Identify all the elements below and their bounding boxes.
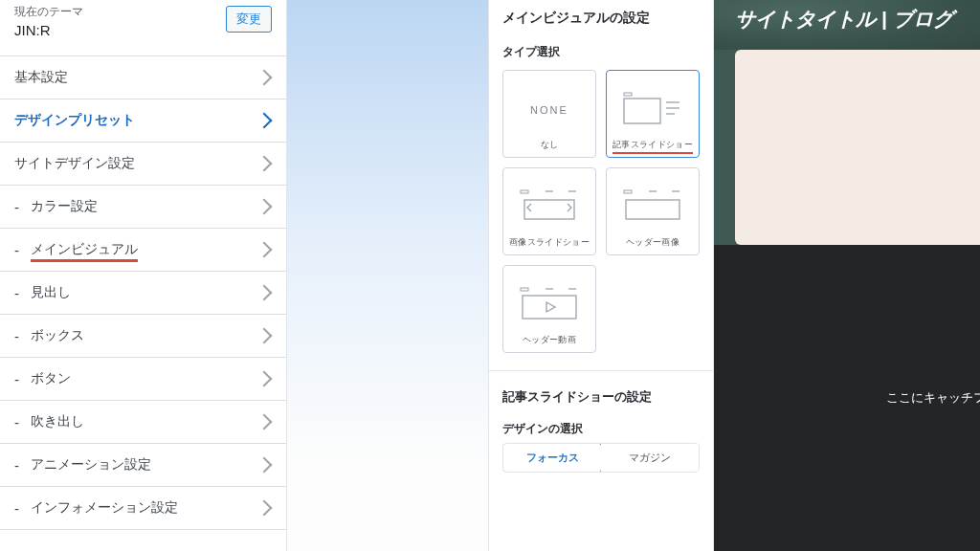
sidebar-item-label: ボタン <box>31 370 71 387</box>
type-card-caption: なし <box>541 139 559 151</box>
svg-rect-12 <box>626 200 679 219</box>
catch-copy: ここにキャッチフ <box>886 389 980 407</box>
theme-name: JIN:R <box>14 22 83 38</box>
chevron-right-icon <box>256 457 273 474</box>
chevron-right-icon <box>256 285 273 301</box>
design-select-label: デザインの選択 <box>502 421 700 437</box>
header-image-icon <box>611 178 695 236</box>
type-card-header-image[interactable]: ヘッダー画像 <box>606 167 700 255</box>
chevron-right-icon <box>256 500 273 517</box>
svg-rect-5 <box>521 190 528 193</box>
current-theme-label: 現在のテーマ <box>14 4 83 20</box>
article-slideshow-icon <box>611 80 695 139</box>
menu-item-label: サイトデザイン設定 <box>14 155 135 172</box>
dash-icon: - <box>14 500 19 517</box>
menu-basic[interactable]: 基本設定 <box>0 56 286 99</box>
settings-panel: メインビジュアルの設定 タイプ選択 NONE なし <box>488 0 714 551</box>
customizer-menu: 基本設定 デザインプリセット サイトデザイン設定 - <box>0 55 286 530</box>
dash-icon: - <box>14 199 19 215</box>
chevron-right-icon <box>256 156 273 172</box>
theme-block: 現在のテーマ JIN:R 変更 <box>0 0 286 55</box>
design-toggle: フォーカス マガジン <box>502 443 700 473</box>
sidebar-item-label: 見出し <box>31 284 71 301</box>
sidebar-item-color[interactable]: - カラー設定 <box>0 186 286 229</box>
gradient-divider <box>287 0 488 551</box>
svg-rect-16 <box>523 296 576 319</box>
type-card-image-slideshow[interactable]: 画像スライドショー <box>502 167 596 255</box>
site-title: サイトタイトル | ブログ <box>714 0 980 50</box>
type-card-header-video[interactable]: ヘッダー動画 <box>502 265 596 353</box>
preview-pane: サイトタイトル | ブログ ここにキャッチフ <box>714 0 980 551</box>
customizer-sidebar: 現在のテーマ JIN:R 変更 基本設定 デザインプリセット サイトデザ <box>0 0 287 551</box>
featured-image-placeholder <box>735 50 980 245</box>
sidebar-item-button[interactable]: - ボタン <box>0 358 286 401</box>
type-card-caption: ヘッダー画像 <box>626 236 679 249</box>
dash-icon: - <box>14 285 19 301</box>
chevron-right-icon <box>256 70 273 86</box>
type-select-label: タイプ選択 <box>502 44 700 60</box>
sidebar-item-label: カラー設定 <box>31 198 98 215</box>
chevron-right-icon <box>256 199 273 215</box>
chevron-right-icon <box>256 242 273 258</box>
sidebar-item-main-visual[interactable]: - メインビジュアル <box>0 229 286 272</box>
slideshow-settings-title: 記事スライドショーの設定 <box>502 388 700 406</box>
type-grid: NONE なし 記事スライドショー <box>502 70 700 353</box>
design-option-magazine[interactable]: マガジン <box>601 444 699 472</box>
menu-item-label: デザインプリセット <box>14 112 135 129</box>
type-card-none[interactable]: NONE なし <box>502 70 596 158</box>
sidebar-item-label: メインビジュアル <box>31 241 138 258</box>
menu-design-preset[interactable]: デザインプリセット <box>0 99 286 143</box>
chevron-right-icon <box>256 371 273 387</box>
image-slideshow-icon <box>507 178 591 236</box>
dash-icon: - <box>14 371 19 387</box>
sidebar-item-label: アニメーション設定 <box>31 456 151 474</box>
menu-item-label: 基本設定 <box>14 69 68 86</box>
type-card-caption: 画像スライドショー <box>509 236 590 249</box>
dash-icon: - <box>14 328 19 344</box>
svg-rect-8 <box>524 200 574 219</box>
chevron-right-icon <box>256 414 273 430</box>
svg-rect-13 <box>521 288 528 291</box>
menu-site-design[interactable]: サイトデザイン設定 <box>0 143 286 186</box>
hero-dark-strip: ここにキャッチフ <box>714 245 980 551</box>
sidebar-item-animation[interactable]: - アニメーション設定 <box>0 444 286 487</box>
settings-title: メインビジュアルの設定 <box>502 10 700 27</box>
sidebar-item-information[interactable]: - インフォメーション設定 <box>0 487 286 530</box>
sidebar-item-box[interactable]: - ボックス <box>0 315 286 358</box>
sidebar-item-label: ボックス <box>31 327 84 344</box>
header-video-icon <box>507 276 591 334</box>
sidebar-item-label: 吹き出し <box>31 413 84 430</box>
dash-icon: - <box>14 242 19 258</box>
featured-image-area <box>714 50 980 245</box>
type-card-caption: 記事スライドショー <box>612 139 693 151</box>
dash-icon: - <box>14 414 19 430</box>
svg-marker-17 <box>546 302 555 312</box>
chevron-right-icon <box>256 328 273 344</box>
sidebar-item-label: インフォメーション設定 <box>31 499 178 517</box>
chevron-right-icon <box>256 113 273 129</box>
divider <box>489 370 713 371</box>
dash-icon: - <box>14 457 19 474</box>
sidebar-item-heading[interactable]: - 見出し <box>0 272 286 315</box>
change-theme-button[interactable]: 変更 <box>226 6 272 33</box>
type-card-caption: ヘッダー動画 <box>523 334 576 346</box>
svg-rect-0 <box>624 93 632 96</box>
svg-rect-9 <box>624 190 632 193</box>
sidebar-item-speech-bubble[interactable]: - 吹き出し <box>0 401 286 444</box>
type-card-article-slideshow[interactable]: 記事スライドショー <box>606 70 700 158</box>
none-icon: NONE <box>530 104 568 116</box>
svg-rect-1 <box>624 99 660 123</box>
design-option-focus[interactable]: フォーカス <box>502 443 602 473</box>
